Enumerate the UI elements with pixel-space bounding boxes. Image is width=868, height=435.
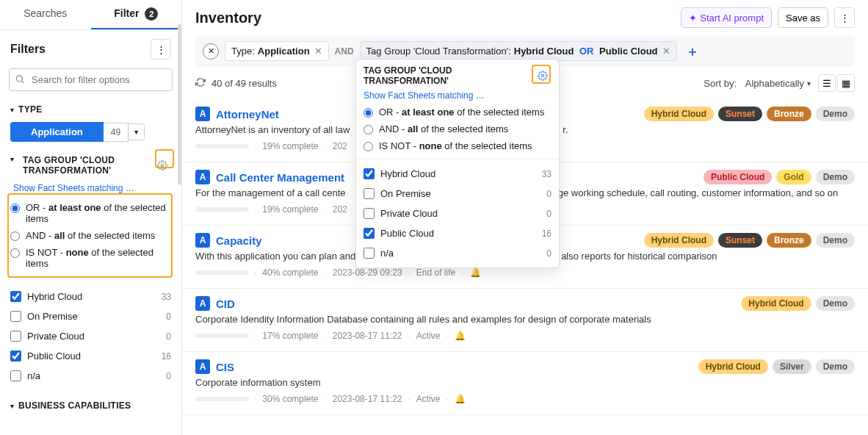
progress-bar xyxy=(195,334,248,338)
start-ai-button[interactable]: ✦ Start AI prompt xyxy=(681,7,772,28)
sparkle-icon: ✦ xyxy=(689,12,697,24)
type-dropdown[interactable]: ▾ xyxy=(129,123,145,140)
item-link[interactable]: AttorneyNet xyxy=(216,108,279,121)
section-taggroup-title: TAG GROUP 'CLOUD TRANSFORMATION' xyxy=(23,155,133,176)
section-bizcap-title: BUSINESS CAPABILITIES xyxy=(18,400,131,411)
section-type-toggle[interactable]: ▾ TYPE xyxy=(0,98,181,119)
filters-menu-button[interactable]: ⋮ xyxy=(151,39,171,60)
type-badge: A xyxy=(195,107,210,121)
taggroup-popover: TAG GROUP 'CLOUD TRANSFORMATION' Show Fa… xyxy=(355,59,560,268)
view-grid-button[interactable]: ▦ xyxy=(837,74,855,92)
section-taggroup-toggle[interactable]: ▾ TAG GROUP 'CLOUD TRANSFORMATION' xyxy=(0,149,181,180)
popover-show-link[interactable]: Show Fact Sheets matching … xyxy=(356,89,559,102)
item-progress: 19% complete xyxy=(262,141,318,151)
item-date: 202 xyxy=(333,204,347,215)
search-input[interactable] xyxy=(9,68,173,91)
check-public-cloud[interactable]: Public Cloud16 xyxy=(10,346,171,366)
filter-pill-taggroup[interactable]: Tag Group 'Cloud Transformation': Hybrid… xyxy=(360,41,677,61)
tab-filter-label: Filter xyxy=(114,7,139,19)
popover-title: TAG GROUP 'CLOUD TRANSFORMATION' xyxy=(364,65,534,86)
add-filter-button[interactable]: ＋ xyxy=(683,43,702,60)
tag-demo: Demo xyxy=(816,107,855,121)
item-description: Corporate Idendity Information Database … xyxy=(195,314,855,325)
tag-demo: Demo xyxy=(816,296,855,311)
tab-searches[interactable]: Searches xyxy=(0,0,91,29)
list-icon: ☰ xyxy=(822,78,831,89)
item-link[interactable]: CIS xyxy=(216,361,234,373)
type-chip-application[interactable]: Application xyxy=(10,122,104,142)
chevron-down-icon: ▾ xyxy=(10,155,14,163)
clear-filters-button[interactable]: ✕ xyxy=(203,43,219,60)
save-as-button[interactable]: Save as xyxy=(778,7,828,28)
svg-line-1 xyxy=(22,81,24,83)
item-progress: 40% complete xyxy=(262,267,318,278)
list-item: A CID Hybrid CloudDemo Corporate Idendit… xyxy=(182,289,868,352)
remove-type-filter[interactable]: ✕ xyxy=(314,46,322,57)
popover-check-hybrid[interactable]: Hybrid Cloud33 xyxy=(364,164,551,184)
item-status: Active xyxy=(416,331,441,341)
item-link[interactable]: Call Center Management xyxy=(216,171,344,184)
popover-radio-and[interactable]: AND - all of the selected items xyxy=(364,121,551,137)
and-label: AND xyxy=(335,46,354,57)
check-hybrid-cloud[interactable]: Hybrid Cloud33 xyxy=(10,287,171,306)
item-date: 202 xyxy=(333,141,347,151)
popover-radio-or[interactable]: OR - at least one of the selected items xyxy=(364,104,551,121)
tag-bronze: Bronze xyxy=(767,107,811,121)
section-type-title: TYPE xyxy=(18,104,43,115)
type-badge: A xyxy=(195,233,210,248)
item-date: 2023-08-17 11:22 xyxy=(333,331,402,341)
tag-sunset: Sunset xyxy=(718,107,762,121)
filters-heading: Filters xyxy=(10,43,46,56)
bell-icon[interactable]: 🔔 xyxy=(455,331,466,341)
item-date: 2023-08-17 11:22 xyxy=(333,394,402,404)
radio-highlight xyxy=(7,193,173,278)
tag-hybrid: Hybrid Cloud xyxy=(644,233,714,248)
popover-check-onprem[interactable]: On Premise0 xyxy=(364,184,551,204)
type-badge: A xyxy=(195,170,210,184)
filter-pill-type[interactable]: Type: Application ✕ xyxy=(225,41,329,61)
item-status: Active xyxy=(416,394,441,404)
kebab-icon: ⋮ xyxy=(840,12,850,24)
more-menu-button[interactable]: ⋮ xyxy=(834,7,855,28)
tag-demo: Demo xyxy=(816,233,855,248)
check-private-cloud[interactable]: Private Cloud0 xyxy=(10,326,171,346)
view-list-button[interactable]: ☰ xyxy=(818,74,836,92)
progress-bar xyxy=(195,270,248,275)
tag-demo: Demo xyxy=(816,359,855,374)
sort-dropdown[interactable]: Sort by: Alphabetically ▾ xyxy=(704,78,811,89)
type-badge: A xyxy=(195,359,210,374)
progress-bar xyxy=(195,207,248,212)
list-item: A CIS Hybrid CloudSilverDemo Corporate i… xyxy=(182,352,868,415)
tag-hybrid: Hybrid Cloud xyxy=(698,359,768,374)
popover-radio-isnot[interactable]: IS NOT - none of the selected items xyxy=(364,137,551,154)
grid-icon: ▦ xyxy=(842,78,850,89)
svg-point-0 xyxy=(16,75,22,81)
type-badge: A xyxy=(195,296,210,311)
remove-taggroup-filter[interactable]: ✕ xyxy=(662,46,670,57)
popover-check-public[interactable]: Public Cloud16 xyxy=(364,223,551,243)
item-description: Corporate information system xyxy=(195,377,855,388)
chevron-down-icon: ▾ xyxy=(10,106,14,114)
tag-bronze: Bronze xyxy=(767,233,811,248)
item-link[interactable]: Capacity xyxy=(216,234,262,247)
popover-check-private[interactable]: Private Cloud0 xyxy=(364,204,551,223)
popover-check-na[interactable]: n/a0 xyxy=(364,243,551,263)
item-link[interactable]: CID xyxy=(216,298,235,310)
section-bizcap-toggle[interactable]: ▾ BUSINESS CAPABILITIES xyxy=(0,395,181,415)
item-progress: 17% complete xyxy=(262,331,318,341)
refresh-icon[interactable] xyxy=(195,77,206,90)
tab-filter[interactable]: Filter 2 xyxy=(91,0,182,29)
progress-bar xyxy=(195,144,248,148)
tag-sunset: Sunset xyxy=(718,233,762,248)
item-progress: 19% complete xyxy=(262,204,318,215)
kebab-icon: ⋮ xyxy=(156,44,166,55)
bell-icon[interactable]: 🔔 xyxy=(455,394,466,404)
gear-highlight xyxy=(155,149,174,168)
tag-public: Public Cloud xyxy=(704,170,772,184)
taggroup-check-list: Hybrid Cloud33 On Premise0 Private Cloud… xyxy=(0,284,181,389)
check-na[interactable]: n/a0 xyxy=(10,366,171,386)
popover-gear-highlight xyxy=(532,65,551,84)
check-on-premise[interactable]: On Premise0 xyxy=(10,306,171,326)
bell-icon[interactable]: 🔔 xyxy=(470,267,481,278)
item-date: 2023-08-29 09:23 xyxy=(333,267,402,278)
